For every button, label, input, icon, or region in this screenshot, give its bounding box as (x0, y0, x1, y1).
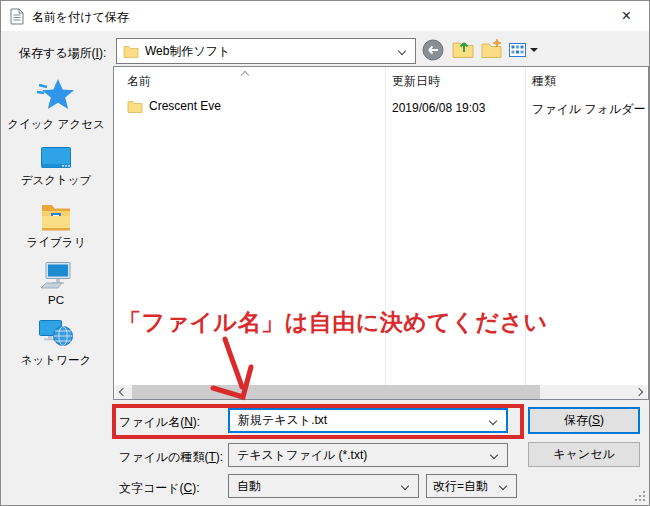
sidebar-item-desktop[interactable]: デスクトップ (4, 147, 108, 188)
save-button[interactable]: 保存(S) (528, 407, 640, 434)
save-location-value: Web制作ソフト (117, 43, 399, 60)
window-title: 名前を付けて保存 (32, 9, 129, 26)
char-code-value: 自動 (229, 478, 402, 495)
chevron-down-icon (489, 416, 497, 424)
desktop-icon (41, 147, 71, 169)
file-list-panel: 名前 更新日時 種類 Crescent Eve 2019/06/08 19:03… (113, 66, 649, 400)
annotation-arrow-icon (201, 333, 261, 403)
document-icon (10, 8, 24, 25)
file-name: Crescent Eve (149, 99, 221, 113)
sidebar-item-label: デスクトップ (21, 173, 92, 188)
sidebar-item-pc[interactable]: PC (4, 262, 108, 306)
sidebar-item-label: クイック アクセス (7, 117, 104, 132)
file-row[interactable]: Crescent Eve (116, 96, 221, 116)
column-header-type[interactable]: 種類 (532, 73, 556, 90)
file-type: ファイル フォルダー (532, 101, 646, 118)
up-one-level-icon[interactable] (452, 39, 474, 59)
sidebar-item-libraries[interactable]: ライブラリ (4, 202, 108, 250)
sidebar-item-label: PC (48, 294, 64, 306)
sidebar-item-quick-access[interactable]: クイック アクセス (4, 77, 108, 132)
save-as-dialog: 名前を付けて保存 × 保存する場所(I): Web制作ソフト (0, 0, 650, 506)
resize-grip[interactable] (635, 491, 637, 493)
view-menu-caret-icon[interactable] (530, 48, 538, 52)
scroll-right-icon[interactable] (635, 388, 643, 396)
file-name-combobox[interactable]: 新規テキスト.txt (228, 408, 508, 433)
back-icon[interactable] (422, 39, 444, 61)
scroll-left-icon[interactable] (119, 388, 127, 396)
chevron-down-icon (499, 482, 507, 490)
folder-icon (127, 100, 143, 113)
title-bar: 名前を付けて保存 × (1, 1, 649, 31)
pc-icon (40, 262, 72, 290)
close-button[interactable]: × (604, 1, 649, 31)
annotation-text: 「ファイル名」は自由に決めてください (118, 307, 547, 338)
char-code-combobox[interactable]: 自動 (228, 474, 419, 498)
sidebar-item-label: ライブラリ (27, 235, 86, 250)
scrollbar-thumb[interactable] (132, 385, 540, 399)
file-type-combobox[interactable]: テキストファイル (*.txt) (228, 443, 508, 467)
chevron-down-icon (401, 482, 409, 490)
file-modified-date: 2019/06/08 19:03 (392, 101, 485, 115)
quick-access-icon (37, 77, 75, 113)
file-name-value: 新規テキスト.txt (230, 412, 490, 429)
column-header-modified[interactable]: 更新日時 (392, 73, 440, 90)
sort-ascending-icon (241, 71, 249, 79)
save-location-combobox[interactable]: Web制作ソフト (116, 38, 416, 64)
file-type-value: テキストファイル (*.txt) (229, 447, 491, 464)
sidebar-item-label: ネットワーク (21, 353, 91, 368)
folder-icon (123, 45, 139, 58)
line-break-value: 改行=自動 (427, 478, 500, 495)
libraries-icon (40, 202, 72, 231)
line-break-combobox[interactable]: 改行=自動 (426, 474, 517, 498)
file-type-label: ファイルの種類(T): (119, 449, 223, 466)
new-folder-icon[interactable] (481, 39, 503, 59)
cancel-button[interactable]: キャンセル (528, 442, 640, 467)
column-header-name[interactable]: 名前 (127, 73, 151, 90)
sidebar-item-network[interactable]: ネットワーク (4, 317, 108, 368)
file-name-label: ファイル名(N): (119, 414, 200, 431)
horizontal-scrollbar[interactable] (115, 385, 647, 399)
save-location-label: 保存する場所(I): (19, 45, 106, 62)
network-icon (39, 317, 73, 349)
char-code-label: 文字コード(C): (119, 480, 200, 497)
view-menu-icon[interactable] (509, 42, 526, 58)
chevron-down-icon (490, 451, 498, 459)
chevron-down-icon (398, 47, 406, 55)
